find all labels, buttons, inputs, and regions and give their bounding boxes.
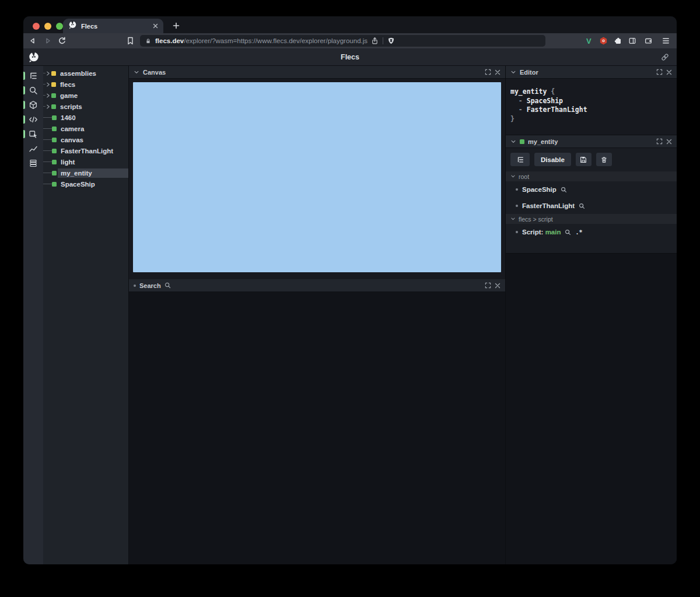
link-icon[interactable] (661, 53, 669, 61)
tree-view-button[interactable] (510, 153, 530, 166)
tree-item-FasterThanLight[interactable]: FasterThanLight (43, 145, 128, 156)
delete-button[interactable] (596, 153, 612, 166)
chevron-down-icon[interactable] (134, 69, 139, 75)
main-column: Canvas Search (129, 66, 505, 564)
chevron-down-icon[interactable] (510, 69, 516, 75)
expand-icon[interactable] (485, 69, 491, 75)
close-icon[interactable] (495, 69, 501, 75)
sidebar-inspect-tool[interactable] (23, 127, 43, 141)
save-button[interactable] (576, 153, 592, 166)
tree-item-label: FasterThanLight (58, 146, 128, 156)
disable-button[interactable]: Disable (534, 153, 571, 166)
sidebar-code-tool[interactable] (23, 112, 43, 127)
section-header-flecs---script[interactable]: flecs > script (506, 214, 677, 224)
vue-devtools-extension-icon[interactable]: V (586, 37, 592, 45)
section-header-root[interactable]: root (506, 171, 677, 181)
tree-item-assemblies[interactable]: assemblies (43, 68, 128, 79)
component-item[interactable]: Script: main.* (506, 224, 677, 240)
sidebar-rows-tool[interactable] (23, 156, 43, 170)
search-magnifier-icon[interactable] (164, 282, 171, 289)
magnifier-icon[interactable] (579, 203, 585, 209)
canvas-panel-body (129, 79, 505, 279)
expand-icon[interactable] (656, 138, 663, 145)
tree-item-label: 1460 (58, 113, 128, 122)
expand-icon[interactable] (485, 282, 491, 289)
tab-close-icon[interactable] (153, 23, 158, 29)
entity-panel-body: Disable root (506, 148, 677, 253)
tree-connector (43, 150, 52, 151)
sidebar-toggle-icon[interactable] (628, 37, 636, 45)
render-canvas[interactable] (133, 82, 501, 272)
entity-color-square (51, 104, 56, 109)
icon-sidebar (23, 66, 43, 564)
tree-icon (29, 71, 38, 80)
sidebar-chart-tool[interactable] (23, 141, 43, 156)
regex-icon[interactable]: .* (575, 229, 582, 236)
tree-item-label: canvas (58, 135, 128, 145)
tree-item-camera[interactable]: camera (43, 123, 128, 134)
tree-item-1460[interactable]: 1460 (43, 112, 128, 123)
tree-connector (43, 117, 52, 118)
entity-color-square (52, 115, 57, 120)
entity-color-square (52, 171, 57, 175)
sidebar-tree-tool[interactable] (23, 68, 43, 83)
component-item[interactable]: FasterThanLight (506, 198, 677, 214)
component-item[interactable]: SpaceShip (506, 181, 677, 198)
extensions-puzzle-icon[interactable] (614, 37, 622, 45)
close-icon[interactable] (666, 69, 672, 75)
share-icon[interactable] (371, 37, 379, 45)
magnifier-icon[interactable] (561, 187, 567, 193)
brave-shield-icon[interactable] (387, 37, 395, 45)
entity-color-square (51, 93, 56, 98)
new-tab-button[interactable] (170, 20, 182, 31)
browser-tab-flecs[interactable]: Flecs (63, 19, 163, 33)
entity-panel-title: my_entity (528, 138, 558, 145)
bullet-icon (516, 188, 518, 191)
chevron-right-icon[interactable] (46, 82, 51, 87)
zoom-window-button[interactable] (56, 23, 63, 30)
app-body: assemblies flecs game scripts 1460 camer… (23, 66, 677, 564)
minimize-window-button[interactable] (44, 23, 51, 30)
bookmark-icon[interactable] (127, 37, 134, 45)
chevron-right-icon[interactable] (46, 71, 51, 76)
sidebar-cube-tool[interactable] (23, 97, 43, 112)
entity-color-square (52, 149, 57, 153)
tree-item-light[interactable]: light (43, 156, 128, 167)
expand-icon[interactable] (656, 69, 663, 75)
code-editor[interactable]: my_entity { - SpaceShip - FasterThanLigh… (506, 79, 677, 135)
chevron-down-icon (510, 216, 516, 222)
active-indicator (23, 115, 25, 124)
tree-item-my_entity[interactable]: my_entity (43, 167, 128, 178)
chevron-right-icon[interactable] (46, 104, 51, 110)
section-title: flecs > script (519, 216, 553, 223)
component-label: Script: main (522, 229, 561, 236)
tree-item-flecs[interactable]: flecs (43, 79, 128, 90)
magnifier-icon[interactable] (565, 229, 571, 236)
forward-button[interactable] (43, 36, 52, 45)
chevron-down-icon[interactable] (510, 139, 516, 145)
back-button[interactable] (28, 36, 37, 45)
close-icon[interactable] (666, 139, 672, 145)
sidebar-search-tool[interactable] (23, 83, 43, 97)
close-icon[interactable] (495, 283, 501, 289)
menu-icon[interactable] (662, 37, 670, 44)
component-label: SpaceShip (522, 186, 556, 193)
app-header: Flecs (23, 48, 677, 66)
wallet-icon[interactable] (644, 37, 653, 45)
tree-item-scripts[interactable]: scripts (43, 101, 128, 112)
tree-item-SpaceShip[interactable]: SpaceShip (43, 178, 128, 189)
close-window-button[interactable] (33, 23, 40, 30)
code-line: } (510, 115, 672, 124)
address-bar[interactable]: flecs.dev/explorer/?wasm=https://www.fle… (140, 35, 545, 47)
tree-item-game[interactable]: game (43, 90, 128, 101)
empty-right-area (506, 254, 677, 564)
tree-item-canvas[interactable]: canvas (43, 134, 128, 145)
chart-icon (29, 144, 38, 153)
reload-button[interactable] (58, 37, 66, 45)
entity-color-square (520, 139, 524, 144)
tree-item-label: flecs (57, 80, 128, 89)
entity-color-square (52, 160, 57, 164)
lock-icon (145, 37, 152, 45)
chevron-right-icon[interactable] (46, 93, 51, 99)
red-hexagon-extension-icon[interactable] (599, 37, 608, 45)
